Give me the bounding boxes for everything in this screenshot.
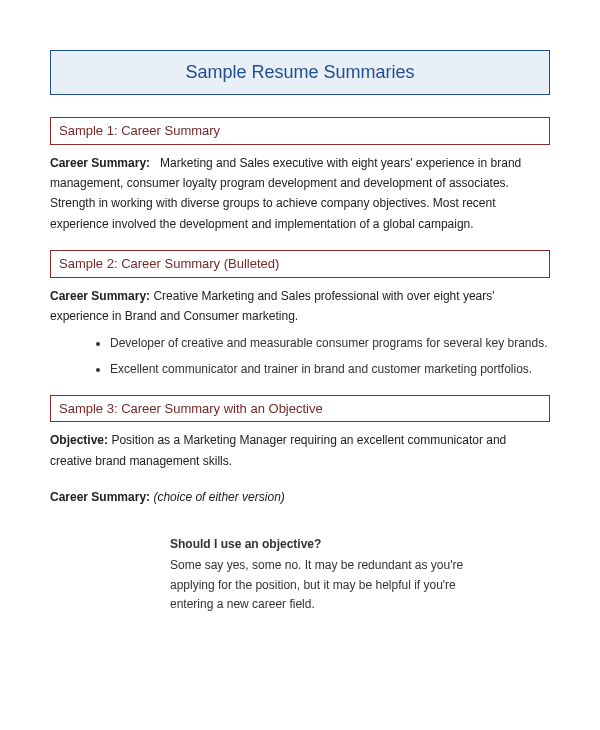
- sample-1-label: Career Summary:: [50, 156, 150, 170]
- sample-2-label: Career Summary:: [50, 289, 150, 303]
- callout-box: Should I use an objective? Some say yes,…: [170, 535, 490, 614]
- callout-body: Some say yes, some no. It may be redunda…: [170, 556, 490, 614]
- document-title-box: Sample Resume Summaries: [50, 50, 550, 95]
- sample-2-body: Career Summary: Creative Marketing and S…: [50, 286, 550, 327]
- sample-1-header: Sample 1: Career Summary: [50, 117, 550, 145]
- sample-3-text: Position as a Marketing Manager requirin…: [50, 433, 506, 467]
- sample-2-bullets: Developer of creative and measurable con…: [110, 334, 550, 378]
- callout-title: Should I use an objective?: [170, 535, 490, 553]
- sample-2-header: Sample 2: Career Summary (Bulleted): [50, 250, 550, 278]
- sample-3-label2: Career Summary:: [50, 490, 150, 504]
- sample-3-header: Sample 3: Career Summary with an Objecti…: [50, 395, 550, 423]
- list-item: Excellent communicator and trainer in br…: [110, 360, 550, 379]
- sample-3-text2: (choice of either version): [153, 490, 284, 504]
- list-item: Developer of creative and measurable con…: [110, 334, 550, 353]
- sample-1-body: Career Summary: Marketing and Sales exec…: [50, 153, 550, 235]
- document-title: Sample Resume Summaries: [185, 62, 414, 82]
- sample-3-label: Objective:: [50, 433, 108, 447]
- sample-3-summary: Career Summary: (choice of either versio…: [50, 487, 550, 507]
- sample-3-objective: Objective: Position as a Marketing Manag…: [50, 430, 550, 471]
